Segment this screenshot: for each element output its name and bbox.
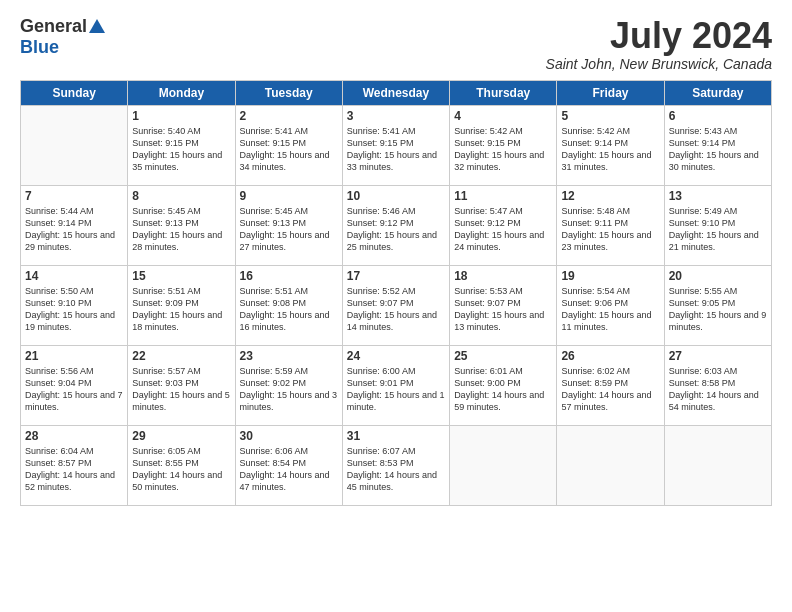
logo-blue-text: Blue (20, 37, 59, 58)
day-number: 24 (347, 349, 445, 363)
table-row: 7Sunrise: 5:44 AMSunset: 9:14 PMDaylight… (21, 185, 128, 265)
header: General Blue July 2024 Saint John, New B… (20, 16, 772, 72)
day-number: 18 (454, 269, 552, 283)
table-row: 11Sunrise: 5:47 AMSunset: 9:12 PMDayligh… (450, 185, 557, 265)
table-row: 28Sunrise: 6:04 AMSunset: 8:57 PMDayligh… (21, 425, 128, 505)
day-number: 2 (240, 109, 338, 123)
header-tuesday: Tuesday (235, 80, 342, 105)
week-row-2: 14Sunrise: 5:50 AMSunset: 9:10 PMDayligh… (21, 265, 772, 345)
day-info: Sunrise: 5:56 AMSunset: 9:04 PMDaylight:… (25, 365, 123, 414)
day-info: Sunrise: 5:51 AMSunset: 9:08 PMDaylight:… (240, 285, 338, 334)
table-row: 13Sunrise: 5:49 AMSunset: 9:10 PMDayligh… (664, 185, 771, 265)
day-info: Sunrise: 5:51 AMSunset: 9:09 PMDaylight:… (132, 285, 230, 334)
calendar-header-row: Sunday Monday Tuesday Wednesday Thursday… (21, 80, 772, 105)
header-friday: Friday (557, 80, 664, 105)
day-number: 4 (454, 109, 552, 123)
day-number: 17 (347, 269, 445, 283)
day-info: Sunrise: 5:45 AMSunset: 9:13 PMDaylight:… (132, 205, 230, 254)
day-info: Sunrise: 5:48 AMSunset: 9:11 PMDaylight:… (561, 205, 659, 254)
day-number: 7 (25, 189, 123, 203)
header-sunday: Sunday (21, 80, 128, 105)
table-row: 5Sunrise: 5:42 AMSunset: 9:14 PMDaylight… (557, 105, 664, 185)
day-number: 21 (25, 349, 123, 363)
day-info: Sunrise: 5:52 AMSunset: 9:07 PMDaylight:… (347, 285, 445, 334)
header-thursday: Thursday (450, 80, 557, 105)
day-number: 19 (561, 269, 659, 283)
month-title: July 2024 (546, 16, 772, 56)
day-number: 31 (347, 429, 445, 443)
table-row: 29Sunrise: 6:05 AMSunset: 8:55 PMDayligh… (128, 425, 235, 505)
title-section: July 2024 Saint John, New Brunswick, Can… (546, 16, 772, 72)
day-number: 25 (454, 349, 552, 363)
day-info: Sunrise: 5:44 AMSunset: 9:14 PMDaylight:… (25, 205, 123, 254)
week-row-3: 21Sunrise: 5:56 AMSunset: 9:04 PMDayligh… (21, 345, 772, 425)
day-info: Sunrise: 6:04 AMSunset: 8:57 PMDaylight:… (25, 445, 123, 494)
week-row-0: 1Sunrise: 5:40 AMSunset: 9:15 PMDaylight… (21, 105, 772, 185)
calendar: Sunday Monday Tuesday Wednesday Thursday… (20, 80, 772, 506)
table-row (450, 425, 557, 505)
table-row (557, 425, 664, 505)
day-info: Sunrise: 6:06 AMSunset: 8:54 PMDaylight:… (240, 445, 338, 494)
location: Saint John, New Brunswick, Canada (546, 56, 772, 72)
day-info: Sunrise: 5:50 AMSunset: 9:10 PMDaylight:… (25, 285, 123, 334)
day-number: 14 (25, 269, 123, 283)
table-row: 4Sunrise: 5:42 AMSunset: 9:15 PMDaylight… (450, 105, 557, 185)
table-row: 15Sunrise: 5:51 AMSunset: 9:09 PMDayligh… (128, 265, 235, 345)
day-number: 16 (240, 269, 338, 283)
day-info: Sunrise: 6:01 AMSunset: 9:00 PMDaylight:… (454, 365, 552, 414)
day-info: Sunrise: 5:53 AMSunset: 9:07 PMDaylight:… (454, 285, 552, 334)
header-wednesday: Wednesday (342, 80, 449, 105)
day-number: 13 (669, 189, 767, 203)
day-number: 15 (132, 269, 230, 283)
table-row: 12Sunrise: 5:48 AMSunset: 9:11 PMDayligh… (557, 185, 664, 265)
day-info: Sunrise: 5:45 AMSunset: 9:13 PMDaylight:… (240, 205, 338, 254)
day-info: Sunrise: 5:41 AMSunset: 9:15 PMDaylight:… (240, 125, 338, 174)
day-info: Sunrise: 6:07 AMSunset: 8:53 PMDaylight:… (347, 445, 445, 494)
day-info: Sunrise: 5:55 AMSunset: 9:05 PMDaylight:… (669, 285, 767, 334)
table-row: 27Sunrise: 6:03 AMSunset: 8:58 PMDayligh… (664, 345, 771, 425)
day-info: Sunrise: 5:47 AMSunset: 9:12 PMDaylight:… (454, 205, 552, 254)
logo-triangle-icon (89, 19, 105, 33)
day-info: Sunrise: 6:03 AMSunset: 8:58 PMDaylight:… (669, 365, 767, 414)
table-row: 18Sunrise: 5:53 AMSunset: 9:07 PMDayligh… (450, 265, 557, 345)
table-row (664, 425, 771, 505)
day-number: 26 (561, 349, 659, 363)
day-info: Sunrise: 5:54 AMSunset: 9:06 PMDaylight:… (561, 285, 659, 334)
table-row: 31Sunrise: 6:07 AMSunset: 8:53 PMDayligh… (342, 425, 449, 505)
day-number: 1 (132, 109, 230, 123)
table-row: 10Sunrise: 5:46 AMSunset: 9:12 PMDayligh… (342, 185, 449, 265)
day-number: 20 (669, 269, 767, 283)
day-number: 9 (240, 189, 338, 203)
day-info: Sunrise: 5:57 AMSunset: 9:03 PMDaylight:… (132, 365, 230, 414)
table-row: 23Sunrise: 5:59 AMSunset: 9:02 PMDayligh… (235, 345, 342, 425)
table-row: 25Sunrise: 6:01 AMSunset: 9:00 PMDayligh… (450, 345, 557, 425)
day-number: 27 (669, 349, 767, 363)
day-number: 5 (561, 109, 659, 123)
day-number: 3 (347, 109, 445, 123)
header-monday: Monday (128, 80, 235, 105)
day-number: 11 (454, 189, 552, 203)
table-row: 8Sunrise: 5:45 AMSunset: 9:13 PMDaylight… (128, 185, 235, 265)
table-row: 1Sunrise: 5:40 AMSunset: 9:15 PMDaylight… (128, 105, 235, 185)
day-info: Sunrise: 5:49 AMSunset: 9:10 PMDaylight:… (669, 205, 767, 254)
table-row: 24Sunrise: 6:00 AMSunset: 9:01 PMDayligh… (342, 345, 449, 425)
day-info: Sunrise: 5:42 AMSunset: 9:14 PMDaylight:… (561, 125, 659, 174)
table-row: 17Sunrise: 5:52 AMSunset: 9:07 PMDayligh… (342, 265, 449, 345)
table-row: 3Sunrise: 5:41 AMSunset: 9:15 PMDaylight… (342, 105, 449, 185)
table-row: 26Sunrise: 6:02 AMSunset: 8:59 PMDayligh… (557, 345, 664, 425)
table-row: 9Sunrise: 5:45 AMSunset: 9:13 PMDaylight… (235, 185, 342, 265)
table-row: 19Sunrise: 5:54 AMSunset: 9:06 PMDayligh… (557, 265, 664, 345)
day-number: 22 (132, 349, 230, 363)
day-info: Sunrise: 5:41 AMSunset: 9:15 PMDaylight:… (347, 125, 445, 174)
day-number: 29 (132, 429, 230, 443)
day-info: Sunrise: 5:42 AMSunset: 9:15 PMDaylight:… (454, 125, 552, 174)
day-info: Sunrise: 6:02 AMSunset: 8:59 PMDaylight:… (561, 365, 659, 414)
day-number: 10 (347, 189, 445, 203)
table-row: 20Sunrise: 5:55 AMSunset: 9:05 PMDayligh… (664, 265, 771, 345)
page: General Blue July 2024 Saint John, New B… (0, 0, 792, 612)
logo-general-text: General (20, 16, 87, 37)
day-info: Sunrise: 6:05 AMSunset: 8:55 PMDaylight:… (132, 445, 230, 494)
day-number: 23 (240, 349, 338, 363)
week-row-1: 7Sunrise: 5:44 AMSunset: 9:14 PMDaylight… (21, 185, 772, 265)
day-number: 6 (669, 109, 767, 123)
